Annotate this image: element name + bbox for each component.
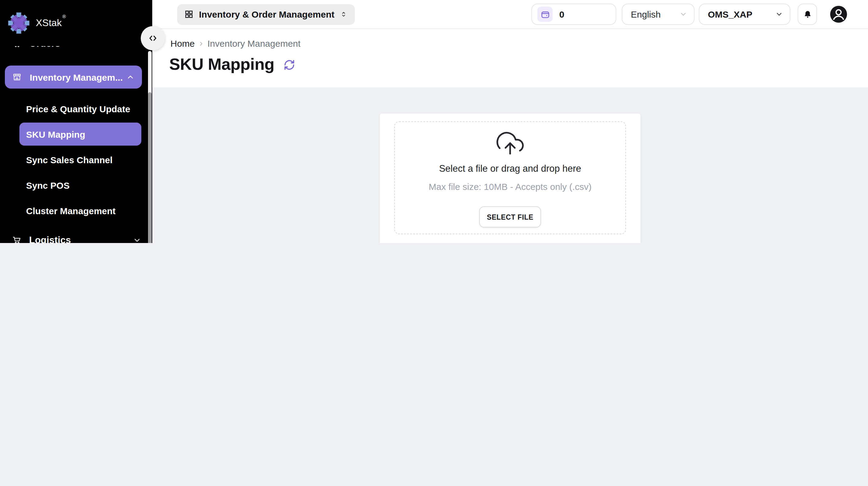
select-file-button[interactable]: SELECT FILE (479, 206, 541, 227)
collapse-expand-icon (147, 33, 158, 44)
brand-name: XStak® (36, 18, 65, 29)
wallet-balance[interactable]: 0 (531, 4, 616, 25)
chevron-up-icon (126, 73, 135, 81)
sidebar-item-logistics[interactable]: Logistics (0, 227, 152, 243)
registered-mark: ® (62, 14, 66, 20)
sidebar-item-orders[interactable]: Orders (0, 46, 152, 57)
page-header: SKU Mapping (152, 49, 868, 87)
dropzone-hint: Max file size: 10MB - Accepts only (.csv… (429, 181, 592, 192)
main-area: Inventory & Order Management 0 English (152, 0, 868, 243)
refresh-icon[interactable] (284, 59, 296, 71)
breadcrumb-home[interactable]: Home (170, 38, 195, 49)
sidebar-item-sync-pos[interactable]: Sync POS (0, 174, 152, 196)
chevron-down-icon (775, 10, 783, 18)
content-area: Select a file or drag and drop here Max … (152, 100, 868, 243)
unfold-icon (340, 10, 348, 18)
sidebar-item-label: Inventory Managem... (30, 72, 126, 82)
sidebar: XStak® Orders Inventory Managem... (0, 0, 152, 243)
cart-icon (12, 235, 22, 243)
sidebar-collapse-button[interactable] (141, 26, 165, 50)
chevron-down-icon (679, 10, 687, 18)
cloud-upload-icon (496, 129, 524, 157)
chevron-down-icon (133, 236, 141, 243)
sidebar-item-cluster-management[interactable]: Cluster Management (0, 199, 152, 222)
sidebar-item-label: Orders (29, 46, 141, 49)
sidebar-item-price-quantity-update[interactable]: Price & Quantity Update (0, 97, 152, 120)
sidebar-item-inventory-management[interactable]: Inventory Managem... (5, 65, 142, 89)
storefront-icon (12, 72, 22, 82)
breadcrumb: Home › Inventory Management (152, 29, 868, 49)
user-avatar[interactable] (830, 5, 847, 23)
bell-icon (803, 9, 812, 19)
grid-icon (184, 10, 193, 19)
upload-card: Select a file or drag and drop here Max … (380, 114, 641, 243)
breadcrumb-current: Inventory Management (208, 38, 301, 49)
sidebar-item-sync-sales-channel[interactable]: Sync Sales Channel (0, 148, 152, 171)
sidebar-item-label: Logistics (29, 235, 133, 243)
workspace-value: OMS_XAP (708, 9, 775, 20)
topbar: Inventory & Order Management 0 English (152, 0, 868, 29)
language-select[interactable]: English (622, 4, 694, 25)
language-value: English (631, 9, 679, 20)
topbar-right: 0 English OMS_XAP (531, 4, 847, 25)
orders-icon (12, 46, 22, 49)
sidebar-scrollbar-thumb[interactable] (148, 92, 152, 243)
file-dropzone[interactable]: Select a file or drag and drop here Max … (394, 121, 626, 234)
brand-logo-row[interactable]: XStak® (0, 0, 152, 38)
sidebar-item-sku-mapping[interactable]: SKU Mapping (20, 123, 141, 146)
app-switcher-button[interactable]: Inventory & Order Management (177, 4, 355, 25)
app-switcher-label: Inventory & Order Management (199, 9, 335, 20)
wallet-count: 0 (559, 9, 564, 20)
breadcrumb-separator-icon: › (199, 38, 203, 48)
app-root: XStak® Orders Inventory Managem... (0, 0, 868, 243)
dropzone-title: Select a file or drag and drop here (439, 163, 581, 174)
xstak-logo-icon (7, 11, 30, 35)
workspace-select[interactable]: OMS_XAP (699, 4, 790, 25)
page-title: SKU Mapping (169, 55, 275, 74)
notifications-button[interactable] (798, 4, 817, 25)
wallet-icon (537, 7, 553, 22)
sidebar-menu: Orders Inventory Managem... Price & Quan… (0, 46, 152, 243)
